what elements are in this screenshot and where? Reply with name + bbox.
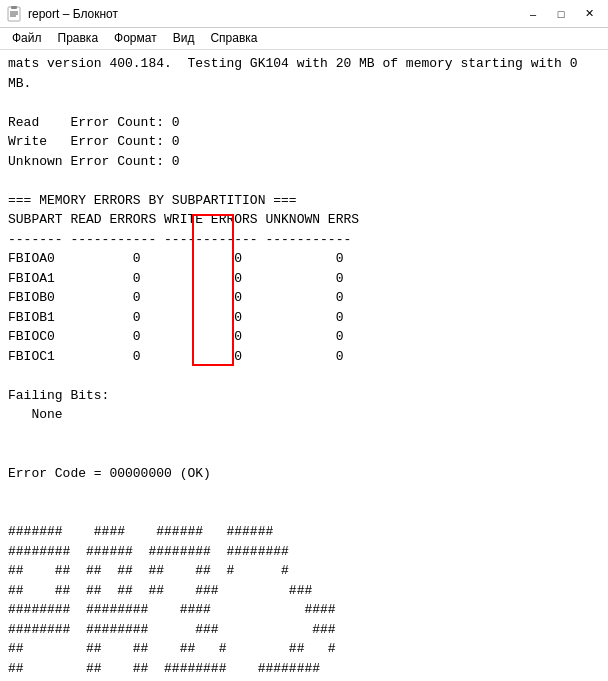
menu-help[interactable]: Справка [202,30,265,47]
menu-format[interactable]: Формат [106,30,165,47]
notepad-icon [6,6,22,22]
title-bar: report – Блокнот – □ ✕ [0,0,608,28]
close-button[interactable]: ✕ [576,4,602,24]
window-controls: – □ ✕ [520,4,602,24]
menu-view[interactable]: Вид [165,30,203,47]
window-title: report – Блокнот [28,7,118,21]
menu-bar: Файл Правка Формат Вид Справка [0,28,608,50]
maximize-button[interactable]: □ [548,4,574,24]
menu-file[interactable]: Файл [4,30,50,47]
minimize-button[interactable]: – [520,4,546,24]
title-bar-left: report – Блокнот [6,6,118,22]
report-text: mats version 400.184. Testing GK104 with… [8,54,600,681]
menu-edit[interactable]: Правка [50,30,107,47]
text-content-area[interactable]: mats version 400.184. Testing GK104 with… [0,50,608,681]
svg-rect-1 [11,6,17,9]
